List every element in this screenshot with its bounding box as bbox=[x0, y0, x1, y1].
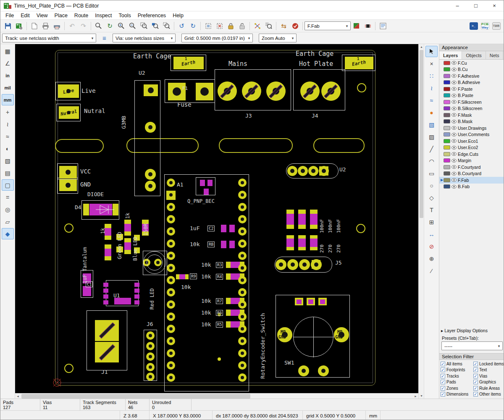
draw-polygon-tool[interactable]: ◇ bbox=[425, 192, 438, 203]
pcb-text[interactable]: DIODE bbox=[87, 192, 104, 197]
checkbox-icon[interactable]: ✓ bbox=[473, 392, 478, 396]
pcb-pad-through-hole[interactable] bbox=[238, 361, 247, 370]
ratsnest-visibility-toggle[interactable]: ≀ bbox=[2, 118, 14, 130]
layer-visibility-eye-icon[interactable] bbox=[452, 178, 457, 182]
mounting-hole[interactable] bbox=[64, 223, 74, 233]
pcb-text[interactable]: 1k bbox=[100, 228, 105, 234]
checkbox-icon[interactable]: ✓ bbox=[473, 374, 478, 378]
curved-ratsnest-toggle[interactable]: ≈ bbox=[2, 131, 14, 142]
checkbox-icon[interactable]: ✓ bbox=[473, 368, 478, 372]
filter-zones[interactable]: ✓Zones bbox=[441, 385, 473, 391]
pcb-pad-through-hole[interactable] bbox=[145, 169, 156, 180]
highlight-net-tool[interactable]: × bbox=[425, 58, 438, 69]
pcb-pad-paste[interactable] bbox=[134, 283, 139, 287]
pcb-pad-paste[interactable] bbox=[179, 274, 185, 279]
reference-label[interactable]: R4 bbox=[216, 274, 223, 280]
pcb-text[interactable]: 10k bbox=[201, 298, 211, 304]
pcb-pad-through-hole[interactable] bbox=[167, 203, 175, 211]
pcb-pad[interactable] bbox=[83, 204, 89, 215]
menu-inspect[interactable]: Inspect bbox=[92, 12, 115, 19]
pcb-text[interactable]: RotaryEncoder_Switch bbox=[260, 313, 265, 379]
layer-color-swatch[interactable] bbox=[444, 165, 450, 169]
pcb-text[interactable]: Mains bbox=[228, 61, 247, 67]
menu-route[interactable]: Route bbox=[71, 12, 92, 19]
menu-place[interactable]: Place bbox=[51, 12, 71, 19]
pcb-pad-through-hole[interactable] bbox=[238, 252, 247, 260]
zoom-selection-button[interactable] bbox=[161, 21, 172, 31]
pcb-pad-paste[interactable] bbox=[103, 300, 108, 304]
scripting-console-button[interactable]: >_ bbox=[468, 21, 479, 31]
pcb-text[interactable]: MP bbox=[337, 330, 342, 334]
pcb-pad-paste[interactable] bbox=[298, 214, 306, 225]
pcb-pad-through-hole[interactable] bbox=[218, 81, 237, 101]
pcb-text[interactable]: J3 bbox=[245, 113, 252, 118]
layer-row-user-eco2[interactable]: User.Eco2 bbox=[439, 144, 504, 151]
teardrops-plugin-button[interactable]: T305 bbox=[491, 21, 502, 31]
track-width-select[interactable]: Track: use netclass width▾ bbox=[2, 34, 96, 42]
menu-tools[interactable]: Tools bbox=[116, 12, 134, 19]
pcb-text[interactable]: 1uF Tantalum bbox=[82, 247, 87, 284]
layer-row-f-silkscreen[interactable]: F.Silkscreen bbox=[439, 99, 504, 105]
menu-edit[interactable]: Edit bbox=[17, 12, 33, 19]
pcb-pad-through-hole[interactable] bbox=[146, 331, 155, 340]
pcb-pad-through-hole[interactable] bbox=[238, 178, 247, 187]
pcb-pad[interactable] bbox=[144, 84, 158, 96]
layer-color-swatch[interactable] bbox=[444, 61, 450, 65]
place-via-tool[interactable]: ● bbox=[425, 107, 438, 118]
net-inspector-button[interactable] bbox=[263, 21, 274, 31]
pcb-pad-paste[interactable] bbox=[114, 298, 131, 304]
grid-select[interactable]: Grid: 0.5000 mm (0.0197 in)▾ bbox=[181, 34, 253, 42]
pcb-pad-through-hole[interactable] bbox=[238, 373, 247, 382]
pcb-pad[interactable]: Nutral bbox=[59, 106, 79, 119]
pcb-pad-through-hole[interactable] bbox=[146, 352, 155, 361]
layer-visibility-eye-icon[interactable] bbox=[452, 74, 457, 78]
layer-color-swatch[interactable] bbox=[444, 171, 450, 176]
redo-button[interactable]: ↷ bbox=[78, 21, 89, 31]
reference-label[interactable]: R5 bbox=[216, 322, 223, 328]
zoom-out-button[interactable] bbox=[127, 21, 138, 31]
pcb-text[interactable]: J1 bbox=[101, 369, 108, 375]
pcb-text[interactable]: 10k bbox=[190, 242, 200, 247]
find-button[interactable] bbox=[93, 21, 104, 31]
pcb-pad-through-hole[interactable] bbox=[319, 166, 329, 176]
pcb-pad-through-hole[interactable] bbox=[167, 361, 175, 370]
layer-color-swatch[interactable] bbox=[444, 67, 450, 71]
pcb-pad[interactable] bbox=[185, 274, 189, 279]
layer-row-user-comments[interactable]: User.Comments bbox=[439, 131, 504, 138]
pcb-text[interactable]: Earth Cage bbox=[296, 51, 333, 57]
pcb-text[interactable]: G3MB bbox=[121, 116, 126, 129]
ungroup-button[interactable] bbox=[214, 21, 225, 31]
zoom-objects-button[interactable] bbox=[150, 21, 161, 31]
pcb-pad[interactable] bbox=[176, 274, 179, 279]
layer-visibility-eye-icon[interactable] bbox=[452, 120, 457, 123]
pcb-text[interactable]: 270 bbox=[320, 244, 324, 253]
layer-visibility-eye-icon[interactable] bbox=[452, 159, 457, 163]
pcb-pad-paste[interactable] bbox=[204, 189, 209, 195]
measure-tool[interactable]: ∕ bbox=[425, 265, 438, 276]
pcb-pad-paste[interactable] bbox=[310, 214, 318, 225]
pcb-pad-paste[interactable] bbox=[221, 225, 226, 232]
menu-preferences[interactable]: Preferences bbox=[134, 12, 169, 19]
pcb-pad-through-hole[interactable] bbox=[145, 181, 156, 192]
undo-zoom-button[interactable]: ↺ bbox=[176, 21, 187, 31]
presets-select[interactable]: -----▾ bbox=[441, 341, 503, 350]
sketch-vias-toggle[interactable]: ◎ bbox=[2, 204, 14, 215]
layer-visibility-eye-icon[interactable] bbox=[452, 152, 457, 156]
layer-color-swatch[interactable] bbox=[444, 119, 450, 123]
pcb-pad-through-hole[interactable] bbox=[238, 191, 247, 199]
tab-objects[interactable]: Objects bbox=[462, 51, 486, 59]
pcb-pad-through-hole[interactable] bbox=[238, 300, 247, 309]
pcb-pad-paste[interactable] bbox=[320, 299, 325, 304]
layer-color-swatch[interactable] bbox=[444, 184, 450, 189]
pcb-pad-paste[interactable] bbox=[310, 239, 318, 247]
pcb-text[interactable]: 270 bbox=[336, 244, 341, 253]
pcb-pad-through-hole[interactable] bbox=[167, 227, 175, 236]
pcb-pad-paste[interactable] bbox=[103, 294, 108, 299]
layer-color-swatch[interactable] bbox=[444, 74, 450, 78]
pcb-pad-through-hole[interactable] bbox=[287, 259, 298, 270]
layer-visibility-eye-icon[interactable] bbox=[452, 107, 457, 110]
mounting-hole[interactable] bbox=[356, 224, 365, 233]
pcb-text[interactable]: Green LED bbox=[117, 232, 122, 259]
pcb-text[interactable]: 10k bbox=[201, 310, 211, 315]
pcb-text[interactable]: U2 bbox=[339, 167, 346, 172]
